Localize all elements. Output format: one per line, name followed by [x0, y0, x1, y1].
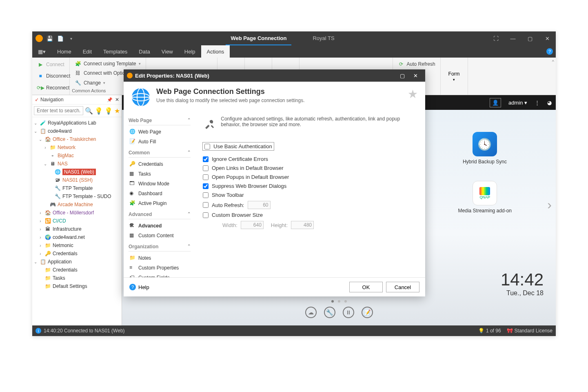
opt-ignore-cert[interactable]: Ignore Certificate Errors	[203, 156, 418, 162]
search-icon[interactable]: 🔍	[85, 107, 93, 115]
opt-show-toolbar[interactable]: Show Toolbar	[203, 192, 418, 198]
new-doc-icon[interactable]: 📄	[57, 35, 64, 42]
dock-pause-icon[interactable]: ⏸	[343, 307, 354, 318]
opt-open-links[interactable]: Open Links in Default Browser	[203, 165, 418, 171]
minimize-button[interactable]: —	[504, 31, 521, 45]
menu-edit[interactable]: Edit	[77, 45, 98, 58]
connect-template-button[interactable]: 🧩Connect using Template▾	[73, 60, 142, 68]
chevron-icon[interactable]: ⌄	[43, 162, 48, 166]
tree-item[interactable]: 📁Credentials	[32, 266, 122, 274]
tree-item[interactable]: 📁Tasks	[32, 274, 122, 282]
open-links-checkbox[interactable]	[203, 165, 209, 171]
maximize-button[interactable]: ▢	[521, 31, 539, 45]
dialog-nav-item[interactable]: ▦Custom Content	[129, 231, 191, 241]
chevron-icon[interactable]: ›	[38, 252, 43, 256]
ribbon-collapse-icon[interactable]: ^	[552, 59, 554, 64]
help-icon[interactable]: ?	[129, 284, 136, 290]
tree-item[interactable]: 🌐NAS01 (Web)	[32, 168, 122, 176]
tree-item[interactable]: ▫BigMac	[32, 151, 122, 160]
width-input[interactable]	[241, 221, 264, 229]
dialog-nav-item[interactable]: 🔑Credentials	[129, 159, 191, 169]
tree-item[interactable]: 🖳NAS01 (SSH)	[32, 176, 122, 184]
chevron-icon[interactable]: ⌄	[38, 137, 43, 142]
chevron-icon[interactable]: ›	[38, 243, 43, 248]
suppress-checkbox[interactable]	[203, 183, 209, 189]
cancel-button[interactable]: Cancel	[386, 282, 419, 292]
auto-refresh-checkbox[interactable]	[203, 202, 209, 208]
dialog-nav-item[interactable]: 📁Notes	[129, 253, 191, 263]
help-icon[interactable]: ?	[544, 45, 556, 58]
chevron-icon[interactable]: ›	[38, 219, 43, 223]
tree-item[interactable]: 🔧FTP Template	[32, 184, 122, 192]
custom-size-checkbox[interactable]	[203, 212, 209, 218]
chevron-icon[interactable]: ⌄	[33, 260, 38, 264]
auto-refresh-value[interactable]	[248, 201, 271, 209]
dock-note-icon[interactable]: 📝	[362, 307, 373, 318]
chevron-icon[interactable]: ⌄	[33, 121, 38, 125]
search-input[interactable]	[34, 106, 83, 115]
doc-tab-webpage[interactable]: Web Page Connection	[226, 32, 291, 45]
dialog-nav-section[interactable]: Advanced⌃	[129, 208, 191, 219]
disconnect-button[interactable]: ■Disconnect	[36, 72, 72, 80]
opt-suppress[interactable]: Suppress Web Browser Dialogs	[203, 183, 418, 189]
opt-auto-refresh[interactable]: Auto Refresh:	[203, 201, 418, 209]
chevron-icon[interactable]: ›	[43, 145, 48, 150]
opt-custom-size[interactable]: Custom Browser Size	[203, 212, 418, 218]
menu-view[interactable]: View	[156, 45, 179, 58]
opt-basic-auth[interactable]: Use Basic Authentication	[203, 143, 274, 150]
chevron-icon[interactable]: ›	[38, 235, 43, 240]
dot-icon[interactable]	[331, 300, 334, 303]
opt-open-popups[interactable]: Open Popups in Default Browser	[203, 174, 418, 180]
bulb-on-icon[interactable]: 💡	[95, 107, 103, 115]
show-toolbar-checkbox[interactable]	[203, 192, 209, 198]
tree-item[interactable]: ›🏛Infrastructure	[32, 225, 122, 233]
tree-item[interactable]: ⌄📋code4ward	[32, 127, 122, 135]
ok-button[interactable]: OK	[349, 282, 383, 292]
chevron-icon[interactable]: ›	[38, 211, 43, 215]
menu-actions[interactable]: Actions	[201, 45, 230, 58]
dialog-nav-item[interactable]: ◉Dashboard	[129, 189, 191, 198]
tree-item[interactable]: ⌄📋Application	[32, 258, 122, 266]
dialog-nav-section[interactable]: Organization⌃	[129, 241, 191, 252]
user-icon[interactable]: 👤	[490, 98, 501, 107]
dialog-nav-item[interactable]: 🗔Window Mode	[129, 179, 191, 189]
chevron-icon[interactable]: ›	[38, 227, 43, 232]
tree-item[interactable]: ⌄🖥NAS	[32, 160, 122, 168]
bulb-off-icon[interactable]: 💡	[104, 107, 113, 115]
menu-home[interactable]: Home	[51, 45, 77, 58]
scan-icon[interactable]: ⛶	[487, 31, 504, 45]
tree-item[interactable]: ›📁Netmonic	[32, 241, 122, 249]
tree-item[interactable]: ⌄🧪RoyalApplications Lab	[32, 119, 122, 127]
more-icon[interactable]: ⋮	[535, 100, 540, 106]
help-link[interactable]: Help	[138, 284, 149, 290]
tile-hybrid-backup[interactable]: 🕓 Hybrid Backup Sync	[463, 132, 507, 165]
gauge-icon[interactable]: ◕	[547, 100, 552, 106]
tile-media-streaming[interactable]: QNAP Media Streaming add-on	[458, 181, 512, 214]
tree-item[interactable]: 📁Default Settings	[32, 282, 122, 290]
dialog-nav-section[interactable]: Web Page⌃	[129, 114, 191, 125]
menu-grid-icon[interactable]: ▦▾	[32, 45, 51, 58]
tree-item[interactable]: 🎮Arcade Machine	[32, 200, 122, 209]
tree-item[interactable]: ›🔁CI/CD	[32, 217, 122, 225]
dot-icon[interactable]	[344, 300, 347, 303]
menu-data[interactable]: Data	[133, 45, 155, 58]
chevron-icon[interactable]: ⌄	[33, 129, 38, 134]
doc-tab-royalts[interactable]: Royal TS	[308, 32, 339, 45]
dialog-nav-section[interactable]: Common⌃	[129, 147, 191, 158]
save-icon[interactable]: 💾	[46, 35, 53, 42]
dialog-close-button[interactable]: ✕	[409, 73, 422, 79]
tree-item[interactable]: ⌄🏠Office - Traiskirchen	[32, 135, 122, 143]
close-button[interactable]: ✕	[539, 31, 556, 45]
tree-item[interactable]: ›📁Network	[32, 143, 122, 151]
dialog-nav-item[interactable]: 🌐Web Page	[129, 127, 191, 137]
favorite-star-icon[interactable]: ★	[408, 87, 418, 101]
dock-wrench-icon[interactable]: 🔧	[324, 307, 335, 318]
carousel-next-icon[interactable]: ›	[547, 197, 552, 212]
pin-icon[interactable]: 📌	[107, 97, 113, 102]
dialog-nav-item[interactable]: 🧩Active Plugin	[129, 198, 191, 208]
open-popups-checkbox[interactable]	[203, 174, 209, 180]
menu-templates[interactable]: Templates	[98, 45, 133, 58]
tree-item[interactable]: ›🏠Office - Möllersdorf	[32, 209, 122, 217]
nav-close-icon[interactable]: ✕	[115, 97, 119, 102]
basic-auth-checkbox[interactable]	[204, 144, 210, 149]
